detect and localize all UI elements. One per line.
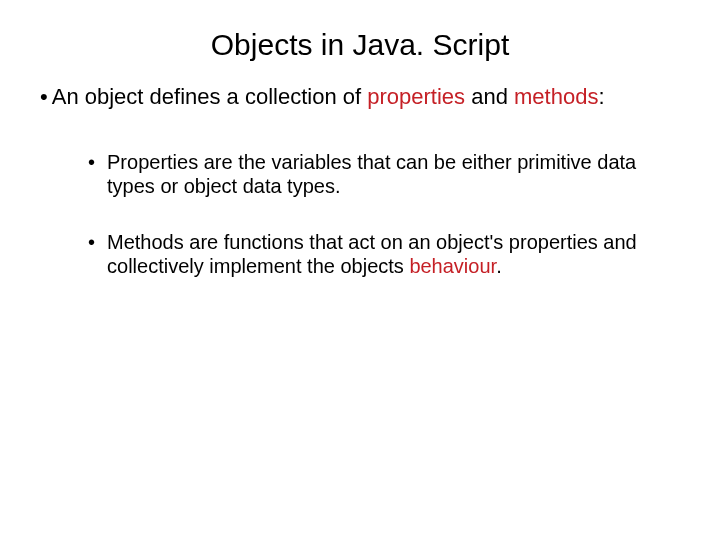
main-bullet: • An object defines a collection of prop… <box>40 84 680 110</box>
bullet-dot: • <box>88 150 95 174</box>
text-segment: : <box>598 84 604 109</box>
slide-title: Objects in Java. Script <box>40 28 680 62</box>
sub-bullet-2-text: Methods are functions that act on an obj… <box>107 230 680 278</box>
sub-bullet-2: • Methods are functions that act on an o… <box>88 230 680 278</box>
bullet-dot: • <box>88 230 95 254</box>
text-segment: . <box>496 255 502 277</box>
sub-bullet-1-text: Properties are the variables that can be… <box>107 150 680 198</box>
highlight-properties: properties <box>367 84 465 109</box>
sub-bullet-list: • Properties are the variables that can … <box>88 150 680 278</box>
main-bullet-text: An object defines a collection of proper… <box>52 84 680 110</box>
sub-bullet-1: • Properties are the variables that can … <box>88 150 680 198</box>
text-segment: and <box>465 84 514 109</box>
text-segment: Methods are functions that act on an obj… <box>107 231 637 277</box>
text-segment: An object defines a collection of <box>52 84 368 109</box>
highlight-behaviour: behaviour <box>409 255 496 277</box>
bullet-dot: • <box>40 84 48 110</box>
highlight-methods: methods <box>514 84 598 109</box>
